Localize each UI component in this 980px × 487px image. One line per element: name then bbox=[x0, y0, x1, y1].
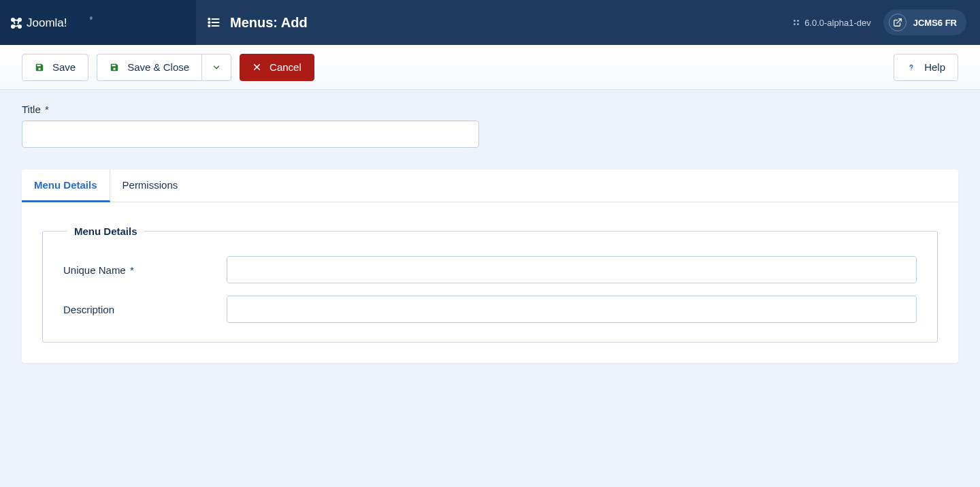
svg-point-15 bbox=[797, 23, 799, 25]
joomla-small-icon bbox=[792, 18, 800, 27]
svg-text:Joomla!: Joomla! bbox=[27, 16, 67, 29]
description-input[interactable] bbox=[227, 296, 917, 323]
tab-permissions[interactable]: Permissions bbox=[110, 170, 191, 202]
list-icon bbox=[207, 16, 220, 29]
svg-point-14 bbox=[794, 23, 796, 25]
svg-line-16 bbox=[897, 19, 901, 23]
unique-name-input[interactable] bbox=[227, 256, 917, 283]
site-name: JCMS6 FR bbox=[913, 18, 957, 28]
save-button[interactable]: Save bbox=[22, 54, 88, 81]
toolbar-left: Save Save & Close Cancel bbox=[22, 54, 314, 81]
svg-point-13 bbox=[797, 20, 799, 22]
joomla-logo-icon: Joomla! ® bbox=[7, 12, 95, 33]
toolbar: Save Save & Close Cancel bbox=[0, 45, 980, 90]
title-label-text: Title bbox=[22, 104, 41, 115]
version-text: 6.0.0-alpha1-dev bbox=[804, 18, 871, 28]
top-bar-main: Menus: Add 6.0.0-alpha1-dev bbox=[196, 0, 980, 45]
description-label-text: Description bbox=[63, 304, 114, 315]
tabs: Menu Details Permissions bbox=[22, 170, 958, 202]
cancel-label: Cancel bbox=[270, 61, 301, 73]
page-title: Menus: Add bbox=[230, 15, 308, 31]
details-card: Menu Details Permissions Menu Details Un… bbox=[22, 170, 958, 363]
version-label[interactable]: 6.0.0-alpha1-dev bbox=[792, 18, 871, 28]
save-icon bbox=[35, 63, 44, 72]
save-dropdown-button[interactable] bbox=[201, 54, 231, 81]
external-link-icon bbox=[889, 14, 906, 31]
help-label: Help bbox=[924, 61, 945, 73]
save-icon bbox=[110, 63, 119, 72]
help-icon bbox=[906, 61, 916, 74]
svg-point-8 bbox=[208, 25, 210, 27]
description-label: Description bbox=[63, 304, 227, 315]
svg-point-19 bbox=[911, 69, 911, 70]
cancel-button[interactable]: Cancel bbox=[240, 54, 314, 81]
save-close-button[interactable]: Save & Close bbox=[97, 54, 201, 81]
menu-details-section: Menu Details Unique Name * Description bbox=[42, 225, 938, 343]
save-close-label: Save & Close bbox=[127, 61, 189, 73]
row-unique-name: Unique Name * bbox=[63, 256, 917, 283]
chevron-down-icon bbox=[212, 63, 221, 72]
title-input[interactable] bbox=[22, 121, 479, 148]
title-label: Title * bbox=[22, 104, 958, 115]
page-title-wrap: Menus: Add bbox=[207, 15, 308, 31]
svg-point-12 bbox=[794, 20, 796, 22]
unique-name-label-text: Unique Name bbox=[63, 264, 126, 276]
required-indicator: * bbox=[45, 104, 49, 115]
svg-point-7 bbox=[208, 22, 210, 23]
row-description: Description bbox=[63, 296, 917, 323]
save-close-group: Save & Close bbox=[97, 54, 231, 81]
close-icon bbox=[252, 63, 261, 72]
tab-permissions-label: Permissions bbox=[122, 179, 178, 191]
brand-area[interactable]: Joomla! ® bbox=[0, 0, 196, 45]
required-indicator: * bbox=[130, 264, 134, 276]
tab-details-label: Menu Details bbox=[34, 179, 97, 191]
top-bar: Joomla! ® Menus: Add bbox=[0, 0, 980, 45]
content-area: Title * Menu Details Permissions Menu De… bbox=[0, 90, 980, 385]
svg-text:®: ® bbox=[90, 16, 93, 20]
help-button[interactable]: Help bbox=[894, 54, 958, 81]
section-legend: Menu Details bbox=[67, 225, 144, 237]
svg-point-6 bbox=[208, 18, 210, 20]
tab-menu-details[interactable]: Menu Details bbox=[22, 170, 110, 202]
save-label: Save bbox=[52, 61, 76, 73]
unique-name-label: Unique Name * bbox=[63, 264, 227, 276]
site-badge[interactable]: JCMS6 FR bbox=[883, 10, 966, 35]
top-bar-right: 6.0.0-alpha1-dev JCMS6 FR bbox=[792, 10, 966, 35]
toolbar-right: Help bbox=[894, 54, 958, 81]
